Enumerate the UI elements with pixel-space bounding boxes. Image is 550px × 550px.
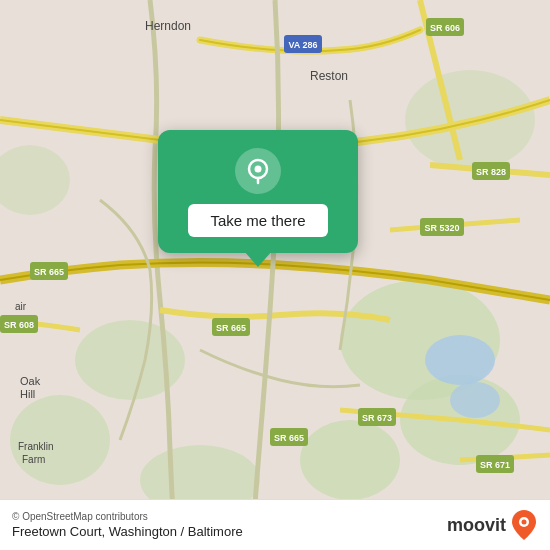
bottom-left-info: © OpenStreetMap contributors Freetown Co… [12,511,243,539]
svg-text:Franklin: Franklin [18,441,54,452]
svg-text:Hill: Hill [20,388,35,400]
svg-text:air: air [15,301,27,312]
svg-point-5 [10,395,110,485]
svg-point-9 [425,335,495,385]
osm-attribution: © OpenStreetMap contributors [12,511,243,522]
map-roads-layer: VA 286 SR 606 SR 828 SR 5320 SR 665 SR 6… [0,0,550,550]
svg-text:SR 606: SR 606 [430,23,460,33]
location-name-label: Freetown Court, Washington / Baltimore [12,524,243,539]
svg-text:SR 5320: SR 5320 [424,223,459,233]
svg-text:Farm: Farm [22,454,45,465]
svg-text:Oak: Oak [20,375,41,387]
svg-text:SR 665: SR 665 [216,323,246,333]
location-popup: Take me there [158,130,358,253]
svg-point-10 [450,382,500,418]
moovit-pin-icon [510,508,538,542]
svg-text:Herndon: Herndon [145,19,191,33]
location-icon-wrapper [235,148,281,194]
svg-text:SR 671: SR 671 [480,460,510,470]
svg-text:SR 665: SR 665 [34,267,64,277]
svg-point-43 [522,520,527,525]
svg-text:SR 828: SR 828 [476,167,506,177]
svg-text:SR 673: SR 673 [362,413,392,423]
svg-text:Reston: Reston [310,69,348,83]
take-me-there-button[interactable]: Take me there [188,204,327,237]
map-container: VA 286 SR 606 SR 828 SR 5320 SR 665 SR 6… [0,0,550,550]
location-pin-icon [244,157,272,185]
moovit-logo: moovit [447,508,538,542]
svg-point-3 [300,420,400,500]
svg-text:SR 608: SR 608 [4,320,34,330]
svg-text:VA 286: VA 286 [288,40,317,50]
svg-point-41 [255,166,262,173]
bottom-info-bar: © OpenStreetMap contributors Freetown Co… [0,499,550,550]
svg-text:SR 665: SR 665 [274,433,304,443]
moovit-brand-text: moovit [447,515,506,536]
